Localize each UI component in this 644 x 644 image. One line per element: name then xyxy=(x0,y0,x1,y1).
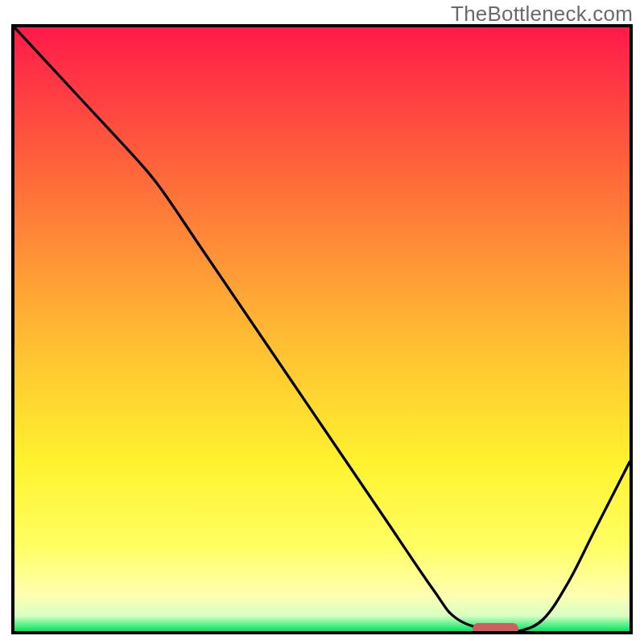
gradient-rect xyxy=(14,27,630,631)
attribution-text: TheBottleneck.com xyxy=(451,2,633,27)
chart-frame: TheBottleneck.com xyxy=(0,0,644,644)
plot-svg xyxy=(14,27,630,631)
optimal-range-marker xyxy=(473,623,518,634)
plot-area xyxy=(11,24,633,634)
